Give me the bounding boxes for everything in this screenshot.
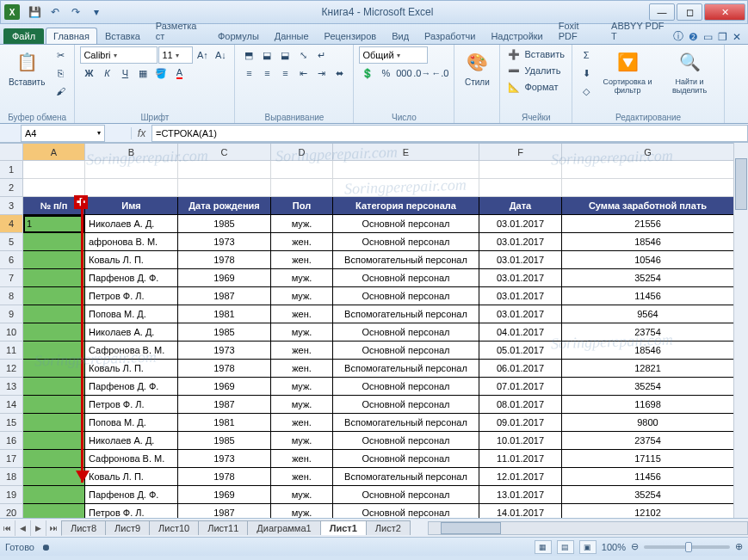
col-header-B[interactable]: B xyxy=(85,144,178,161)
row-header[interactable]: 1 xyxy=(0,161,23,179)
table-cell[interactable] xyxy=(23,269,85,287)
table-cell[interactable]: 1987 xyxy=(178,287,271,305)
format-painter-icon[interactable]: 🖌 xyxy=(52,83,69,100)
row-header[interactable]: 3 xyxy=(0,197,23,215)
align-left-icon[interactable]: ≡ xyxy=(240,65,257,82)
zoom-slider[interactable] xyxy=(644,545,730,549)
page-break-view-icon[interactable]: ▣ xyxy=(579,540,597,554)
table-cell[interactable]: Парфенов Д. Ф. xyxy=(85,378,178,396)
col-header-D[interactable]: D xyxy=(271,144,333,161)
table-cell[interactable]: жен. xyxy=(271,305,333,323)
align-middle-icon[interactable]: ⬓ xyxy=(258,46,275,64)
table-cell[interactable]: Основной персонал xyxy=(333,486,479,504)
cut-icon[interactable]: ✂ xyxy=(52,46,69,64)
table-cell[interactable] xyxy=(23,396,85,414)
table-cell[interactable] xyxy=(23,342,85,360)
table-cell[interactable]: 18546 xyxy=(562,342,734,360)
table-cell[interactable] xyxy=(23,233,85,251)
window-min-icon[interactable]: ▭ xyxy=(703,31,713,43)
cell[interactable] xyxy=(23,179,85,197)
table-cell[interactable]: 1969 xyxy=(178,378,271,396)
align-bottom-icon[interactable]: ⬓ xyxy=(276,46,294,64)
table-cell[interactable]: Основной персонал xyxy=(333,269,479,287)
fx-icon[interactable]: fx xyxy=(131,127,151,139)
row-header[interactable]: 17 xyxy=(0,450,23,468)
table-cell[interactable] xyxy=(23,450,85,468)
col-header-F[interactable]: F xyxy=(479,144,562,161)
table-cell[interactable]: 10546 xyxy=(562,251,734,269)
table-cell[interactable]: жен. xyxy=(271,450,333,468)
row-header[interactable]: 20 xyxy=(0,504,23,518)
table-cell[interactable]: муж. xyxy=(271,269,333,287)
table-cell[interactable]: Петров Ф. Л. xyxy=(85,504,178,518)
zoom-out-icon[interactable]: ⊖ xyxy=(631,541,639,552)
table-cell[interactable]: Вспомогательный персонал xyxy=(333,305,479,323)
table-cell[interactable]: муж. xyxy=(271,378,333,396)
tab-foxit[interactable]: Foxit PDF xyxy=(551,17,603,44)
table-header[interactable]: Категория персонала xyxy=(333,197,479,215)
align-right-icon[interactable]: ≡ xyxy=(276,65,294,82)
table-cell[interactable]: Петров Ф. Л. xyxy=(85,287,178,305)
table-cell[interactable] xyxy=(23,468,85,486)
table-cell[interactable]: жен. xyxy=(271,414,333,432)
table-cell[interactable]: 23754 xyxy=(562,323,734,342)
table-cell[interactable]: 1981 xyxy=(178,305,271,323)
table-cell[interactable]: 12102 xyxy=(562,504,734,518)
table-cell[interactable] xyxy=(23,287,85,305)
minimize-ribbon-icon[interactable]: ⓘ xyxy=(673,29,683,44)
cell[interactable] xyxy=(562,179,734,197)
name-box[interactable]: A4▾ xyxy=(21,125,105,142)
inc-decimal-icon[interactable]: .0→ xyxy=(413,65,430,82)
font-name-combo[interactable]: Calibri▾ xyxy=(80,46,158,64)
table-cell[interactable]: Попова М. Д. xyxy=(85,305,178,323)
table-cell[interactable]: 05.01.2017 xyxy=(479,342,562,360)
align-center-icon[interactable]: ≡ xyxy=(258,65,275,82)
table-cell[interactable]: 13.01.2017 xyxy=(479,486,562,504)
merge-icon[interactable]: ⬌ xyxy=(331,65,348,82)
row-header[interactable]: 14 xyxy=(0,396,23,414)
row-header[interactable]: 6 xyxy=(0,251,23,269)
table-cell[interactable]: 18546 xyxy=(562,233,734,251)
find-select-button[interactable]: 🔍 Найти и выделить xyxy=(660,46,719,96)
dec-decimal-icon[interactable]: ←.0 xyxy=(431,65,448,82)
sheet-tab[interactable]: Лист8 xyxy=(61,520,106,535)
table-cell[interactable]: Николаев А. Д. xyxy=(85,323,178,342)
table-cell[interactable]: Николаев А. Д. xyxy=(85,432,178,450)
table-cell[interactable] xyxy=(23,323,85,342)
table-cell[interactable]: Основной персонал xyxy=(333,432,479,450)
zoom-level[interactable]: 100% xyxy=(602,542,626,552)
fill-handle-icon[interactable]: ✚ xyxy=(74,195,88,209)
table-cell[interactable]: муж. xyxy=(271,215,333,233)
table-cell[interactable]: Вспомогательный персонал xyxy=(333,468,479,486)
row-header[interactable]: 5 xyxy=(0,233,23,251)
cell[interactable] xyxy=(178,179,271,197)
table-cell[interactable]: 12.01.2017 xyxy=(479,468,562,486)
comma-icon[interactable]: 000 xyxy=(395,65,412,82)
row-header[interactable]: 16 xyxy=(0,432,23,450)
table-header[interactable]: Пол xyxy=(271,197,333,215)
number-format-combo[interactable]: Общий▾ xyxy=(359,46,428,64)
percent-icon[interactable]: % xyxy=(377,65,394,82)
tab-layout[interactable]: Разметка ст xyxy=(148,17,210,44)
tab-insert[interactable]: Вставка xyxy=(97,28,148,44)
window-restore-icon[interactable]: ❐ xyxy=(718,31,727,43)
tab-data[interactable]: Данные xyxy=(267,28,317,44)
table-cell[interactable] xyxy=(23,305,85,323)
italic-button[interactable]: К xyxy=(98,65,115,82)
table-cell[interactable]: Основной персонал xyxy=(333,396,479,414)
table-cell[interactable]: жен. xyxy=(271,251,333,269)
row-header[interactable]: 18 xyxy=(0,468,23,486)
table-cell[interactable]: муж. xyxy=(271,396,333,414)
table-cell[interactable] xyxy=(23,432,85,450)
copy-icon[interactable]: ⎘ xyxy=(52,65,69,82)
sort-filter-button[interactable]: 🔽 Сортировка и фильтр xyxy=(598,46,657,96)
table-cell[interactable]: 14.01.2017 xyxy=(479,504,562,518)
tab-formulas[interactable]: Формулы xyxy=(210,28,267,44)
sheet-tab[interactable]: Лист11 xyxy=(198,520,248,535)
table-cell[interactable]: Николаев А. Д. xyxy=(85,215,178,233)
table-cell[interactable]: 1985 xyxy=(178,432,271,450)
file-tab[interactable]: Файл xyxy=(3,28,44,44)
currency-icon[interactable]: 💲 xyxy=(359,65,376,82)
table-cell[interactable]: Вспомогательный персонал xyxy=(333,414,479,432)
insert-cells-button[interactable]: ➕Вставить xyxy=(505,46,566,62)
